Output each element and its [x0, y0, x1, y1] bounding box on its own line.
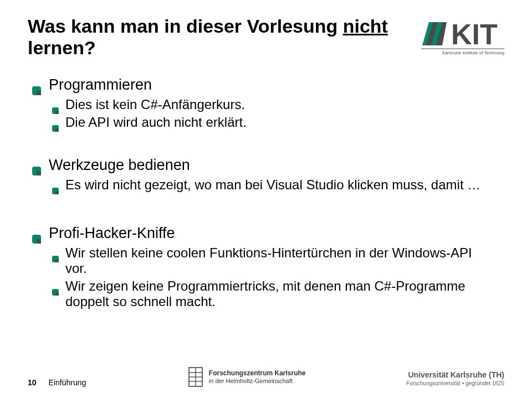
- section-heading-3: Profi-Hacker-Kniffe: [32, 225, 504, 242]
- svg-rect-6: [37, 91, 41, 95]
- list-item-text: Dies ist kein C#-Anfängerkurs.: [65, 97, 245, 112]
- bullet-icon: [52, 120, 59, 126]
- content: Programmieren Dies ist kein C#-Anfängerk…: [32, 76, 504, 309]
- fz-logo-icon: [187, 367, 204, 387]
- svg-rect-16: [37, 239, 41, 244]
- list-item: Wir stellen keine coolen Funktions-Hinte…: [52, 245, 504, 276]
- footer: 10 Einführung Forschungszentrum Karlsruh…: [0, 367, 532, 387]
- footer-label: Einführung: [49, 378, 86, 387]
- section-heading-1: Programmieren: [32, 76, 504, 94]
- kit-logo-icon: KIT Karlsruhe Institute of Technology: [421, 19, 504, 56]
- list-item: Wir zeigen keine Programmiertricks, mit …: [52, 278, 504, 309]
- list-item: Dies ist kein C#-Anfängerkurs.: [52, 97, 504, 112]
- uni-line1: Universität Karlsruhe (TH): [406, 370, 504, 380]
- footer-right: Universität Karlsruhe (TH) Forschungsuni…: [406, 370, 504, 387]
- title-row: Was kann man in dieser Vorlesung nicht l…: [28, 15, 504, 59]
- list-item-text: Wir zeigen keine Programmiertricks, mit …: [65, 278, 487, 309]
- uni-line2: Forschungsuniversität • gegründet 1825: [406, 380, 504, 387]
- slide-title: Was kann man in dieser Vorlesung nicht l…: [28, 15, 416, 59]
- bullet-icon: [52, 250, 59, 257]
- title-text-underlined: nicht: [343, 15, 388, 37]
- footer-left: 10 Einführung: [28, 378, 86, 387]
- page-number: 10: [28, 378, 37, 387]
- section-heading-2: Werkzeuge bedienen: [32, 157, 504, 174]
- svg-rect-18: [55, 259, 59, 262]
- kit-wordmark: KIT: [451, 19, 498, 50]
- bullet-icon: [52, 102, 59, 108]
- fz-line2: in der Helmholtz-Gemeinschaft: [209, 378, 306, 385]
- title-text-pre: Was kann man in dieser Vorlesung: [28, 15, 343, 37]
- list-item-text: Wir stellen keine coolen Funktions-Hinte…: [65, 245, 487, 276]
- svg-rect-12: [37, 171, 41, 175]
- bullet-icon: [32, 230, 41, 239]
- list-item: Es wird nicht gezeigt, wo man bei Visual…: [52, 177, 504, 193]
- fz-logo: Forschungszentrum Karlsruhe in der Helmh…: [187, 367, 306, 387]
- section-heading-text: Profi-Hacker-Kniffe: [49, 225, 175, 242]
- list-item-text: Es wird nicht gezeigt, wo man bei Visual…: [65, 177, 480, 193]
- svg-rect-20: [55, 292, 59, 296]
- bullet-icon: [52, 283, 59, 290]
- svg-rect-10: [55, 128, 59, 132]
- section-heading-text: Werkzeuge bedienen: [49, 157, 190, 174]
- bullet-icon: [32, 82, 41, 91]
- kit-logo: KIT Karlsruhe Institute of Technology: [421, 19, 504, 59]
- bullet-icon: [52, 182, 59, 189]
- list-item-text: Die API wird auch nicht erklärt.: [65, 115, 247, 130]
- title-text-post: lernen?: [28, 37, 96, 58]
- bullet-icon: [32, 162, 41, 171]
- section-heading-text: Programmieren: [49, 76, 152, 94]
- list-item: Die API wird auch nicht erklärt.: [52, 115, 504, 130]
- svg-rect-14: [55, 191, 59, 194]
- kit-subline: Karlsruhe Institute of Technology: [442, 50, 504, 55]
- svg-rect-8: [55, 111, 59, 114]
- footer-mid: Forschungszentrum Karlsruhe in der Helmh…: [187, 367, 306, 387]
- slide: Was kann man in dieser Vorlesung nicht l…: [0, 0, 532, 398]
- fz-line1: Forschungszentrum Karlsruhe: [209, 370, 306, 378]
